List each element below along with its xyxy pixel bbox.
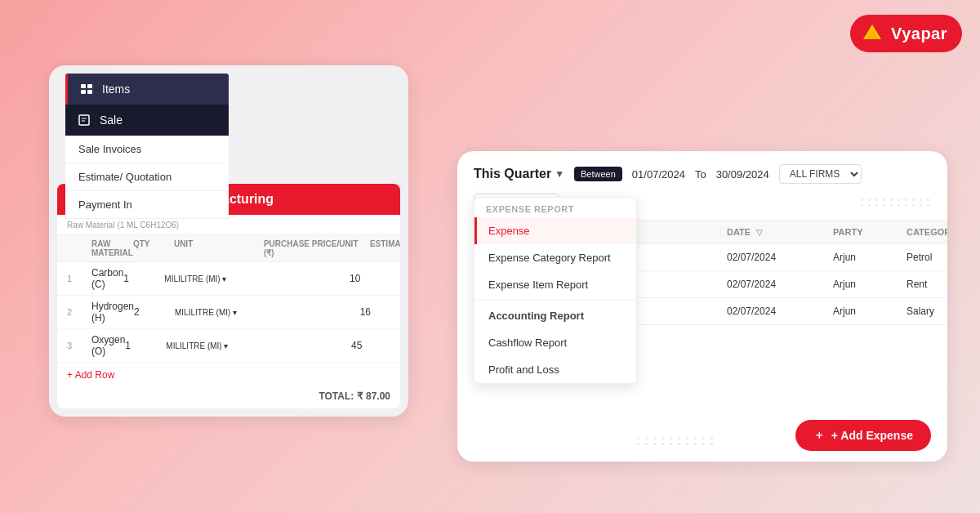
dropdown-item-profit-loss[interactable]: Profit and Loss: [474, 356, 636, 383]
sale-label: Sale: [100, 114, 122, 127]
add-expense-button[interactable]: ＋ + Add Expense: [795, 420, 931, 451]
firm-filter[interactable]: ALL FIRMS: [779, 164, 862, 184]
vyapar-logo: Vyapar: [850, 15, 962, 52]
nav-menu: Items Sale Sale Invoices Estimate/ Quota…: [65, 74, 229, 219]
svg-rect-6: [79, 115, 89, 125]
table-row: 1 Carbon (C) 1 MILILITRE (MI) ▾ 10 10: [57, 262, 400, 296]
expense-dropdown: Expense report Expense Expense Category …: [474, 197, 637, 384]
table-header: RAW MATERIAL QTY UNIT PURCHASE PRICE/UNI…: [57, 235, 400, 262]
left-panel: Items Sale Sale Invoices Estimate/ Quota…: [49, 65, 408, 417]
expense-table-area: DATE ▽ PARTY CATEGORY NAME PAYMENT TYPE …: [629, 220, 947, 325]
expense-table-header: DATE ▽ PARTY CATEGORY NAME PAYMENT TYPE …: [629, 220, 947, 244]
table-row: 02/07/2024 Arjun Salary Cash 29400: [629, 298, 947, 325]
svg-rect-5: [87, 90, 92, 94]
table-row: 02/07/2024 Arjun Rent Cash 15593: [629, 271, 947, 298]
table-row: 3 Oxygen (O) 1 MILILITRE (MI) ▾ 45 45: [57, 329, 400, 363]
dropdown-item-cashflow[interactable]: Cashflow Report: [474, 329, 636, 356]
vyapar-name: Vyapar: [891, 25, 947, 43]
between-badge: Between: [574, 167, 622, 181]
submenu-estimate[interactable]: Estimate/ Quotation: [65, 163, 229, 191]
submenu-sale-invoices[interactable]: Sale Invoices: [65, 136, 229, 163]
add-row-button[interactable]: + Add Row: [57, 363, 400, 387]
svg-rect-3: [87, 84, 92, 88]
quarter-selector[interactable]: This Quarter ▼: [474, 167, 564, 181]
menu-item-items[interactable]: Items: [65, 74, 229, 105]
dropdown-item-accounting[interactable]: Accounting Report: [474, 302, 636, 329]
vyapar-logo-icon: [860, 21, 884, 46]
dots-top-right: [861, 199, 931, 207]
dropdown-section-label: Expense report: [474, 198, 636, 217]
plus-icon: ＋: [813, 428, 825, 443]
svg-rect-4: [81, 90, 86, 94]
items-icon: [79, 82, 94, 96]
total-row: TOTAL: ₹ 87.00: [57, 387, 400, 408]
dropdown-item-expense-item[interactable]: Expense Item Report: [474, 271, 636, 298]
dropdown-divider: [474, 300, 636, 301]
table-row: 02/07/2024 Arjun Petrol Cash 100: [629, 244, 947, 271]
dropdown-item-expense[interactable]: Expense: [474, 217, 636, 244]
sale-icon: [77, 113, 91, 127]
table-row: 2 Hydrogen (H) 2 MILILITRE (MI) ▾ 16 32: [57, 296, 400, 329]
date-to-value: 30/09/2024: [716, 168, 769, 181]
date-from: 01/07/2024: [632, 168, 685, 181]
items-label: Items: [102, 83, 130, 96]
date-to-label: To: [695, 168, 706, 181]
dropdown-item-expense-category[interactable]: Expense Category Report: [474, 244, 636, 271]
dots-pattern: // generate dots inline via JS after loa…: [637, 437, 715, 445]
right-panel: This Quarter ▼ Between 01/07/2024 To 30/…: [457, 151, 947, 462]
submenu-payment-in[interactable]: Payment In: [65, 191, 229, 219]
panel-footer: // generate dots inline via JS after loa…: [457, 408, 947, 462]
svg-rect-2: [81, 84, 86, 88]
chevron-down-icon: ▼: [555, 168, 564, 180]
sale-submenu: Sale Invoices Estimate/ Quotation Paymen…: [65, 136, 229, 219]
menu-item-sale[interactable]: Sale: [65, 105, 229, 136]
